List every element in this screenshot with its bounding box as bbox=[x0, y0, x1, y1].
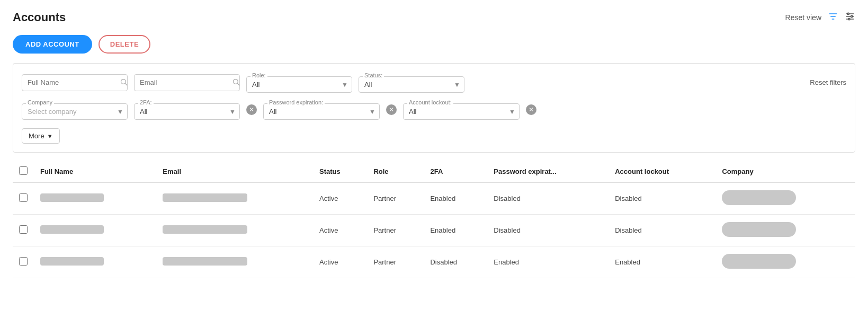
role-label: Role: bbox=[250, 72, 267, 78]
company-label: Company bbox=[26, 99, 54, 105]
row2-password-expiration: Disabled bbox=[487, 215, 609, 246]
role-filter-wrapper: Role: All Partner Admin ▼ bbox=[246, 76, 352, 93]
row1-email bbox=[156, 182, 313, 215]
account-lockout-select[interactable]: All Enabled Disabled bbox=[403, 103, 520, 120]
row1-status: Active bbox=[313, 182, 367, 215]
password-expiration-label: Password expiration: bbox=[267, 99, 325, 105]
row2-company bbox=[715, 215, 855, 246]
status-select-wrapper: All Active Inactive ▼ bbox=[359, 76, 464, 93]
settings-icon[interactable] bbox=[845, 11, 855, 24]
email-search-icon bbox=[232, 78, 240, 87]
reset-view-button[interactable]: Reset view bbox=[785, 13, 821, 22]
add-account-button[interactable]: ADD ACCOUNT bbox=[13, 35, 92, 54]
table-area: Full Name Email Status Role 2FA Password… bbox=[13, 161, 855, 278]
filter-area: Role: All Partner Admin ▼ Status: All Ac bbox=[13, 63, 855, 153]
row3-status: Active bbox=[313, 246, 367, 278]
company-filter-wrapper: Company Select company ▼ bbox=[22, 103, 128, 120]
twofa-select[interactable]: All Enabled Disabled bbox=[134, 103, 240, 120]
col-account-lockout: Account lockout bbox=[609, 161, 715, 182]
action-row: ADD ACCOUNT DELETE bbox=[13, 35, 855, 54]
filter-row-1: Role: All Partner Admin ▼ Status: All Ac bbox=[22, 72, 846, 93]
table-row: Active Partner Enabled Disabled Disabled bbox=[13, 182, 855, 215]
email-input[interactable] bbox=[140, 78, 229, 86]
row2-checkbox[interactable] bbox=[19, 225, 28, 234]
row3-twofa: Disabled bbox=[424, 246, 487, 278]
status-select[interactable]: All Active Inactive bbox=[359, 76, 464, 93]
svg-line-9 bbox=[237, 83, 239, 85]
row3-checkbox-cell bbox=[13, 246, 34, 278]
col-company: Company bbox=[715, 161, 855, 182]
role-select[interactable]: All Partner Admin bbox=[246, 76, 352, 93]
svg-line-7 bbox=[125, 83, 127, 85]
row1-fullname bbox=[34, 182, 156, 215]
row2-account-lockout: Disabled bbox=[609, 215, 715, 246]
col-email: Email bbox=[156, 161, 313, 182]
row1-account-lockout: Disabled bbox=[609, 182, 715, 215]
svg-point-4 bbox=[851, 15, 853, 17]
delete-button[interactable]: DELETE bbox=[99, 35, 150, 54]
password-expiration-clear-button[interactable]: ✕ bbox=[386, 104, 397, 115]
row3-company bbox=[715, 246, 855, 278]
row3-account-lockout: Enabled bbox=[609, 246, 715, 278]
table-row: Active Partner Enabled Disabled Disabled bbox=[13, 215, 855, 246]
role-select-wrapper: All Partner Admin ▼ bbox=[246, 76, 352, 93]
row1-company bbox=[715, 182, 855, 215]
account-lockout-label: Account lockout: bbox=[407, 99, 453, 105]
account-lockout-filter-wrapper: Account lockout: All Enabled Disabled ▼ bbox=[403, 103, 520, 120]
email-search-box bbox=[134, 74, 240, 91]
row2-checkbox-cell bbox=[13, 215, 34, 246]
row3-fullname bbox=[34, 246, 156, 278]
status-label: Status: bbox=[363, 72, 384, 78]
twofa-clear-button[interactable]: ✕ bbox=[246, 104, 257, 115]
row1-twofa: Enabled bbox=[424, 182, 487, 215]
table-body: Active Partner Enabled Disabled Disabled… bbox=[13, 182, 855, 278]
fullname-search-box bbox=[22, 74, 128, 91]
accounts-table: Full Name Email Status Role 2FA Password… bbox=[13, 161, 855, 278]
status-filter-wrapper: Status: All Active Inactive ▼ bbox=[359, 76, 464, 93]
password-expiration-select[interactable]: All Enabled Disabled bbox=[263, 103, 380, 120]
twofa-filter-wrapper: 2FA: All Enabled Disabled ▼ bbox=[134, 103, 240, 120]
twofa-label: 2FA: bbox=[138, 99, 154, 105]
row2-email bbox=[156, 215, 313, 246]
password-expiration-filter-wrapper: Password expiration: All Enabled Disable… bbox=[263, 103, 380, 120]
more-chevron-icon: ▼ bbox=[47, 133, 53, 139]
table-header-row: Full Name Email Status Role 2FA Password… bbox=[13, 161, 855, 182]
company-select[interactable]: Select company bbox=[22, 103, 128, 120]
page-title: Accounts bbox=[13, 11, 66, 24]
row1-checkbox[interactable] bbox=[19, 193, 28, 202]
svg-point-5 bbox=[848, 18, 850, 20]
account-lockout-select-wrapper: All Enabled Disabled ▼ bbox=[403, 103, 520, 120]
col-status: Status bbox=[313, 161, 367, 182]
svg-point-3 bbox=[847, 13, 849, 14]
row3-role: Partner bbox=[367, 246, 424, 278]
row1-password-expiration: Disabled bbox=[487, 182, 609, 215]
row2-twofa: Enabled bbox=[424, 215, 487, 246]
col-role: Role bbox=[367, 161, 424, 182]
header-actions: Reset view bbox=[785, 11, 855, 24]
page-container: Accounts Reset view bbox=[0, 0, 868, 318]
table-row: Active Partner Disabled Enabled Enabled bbox=[13, 246, 855, 278]
filter-row-2: Company Select company ▼ 2FA: All Enable… bbox=[22, 99, 846, 120]
row2-role: Partner bbox=[367, 215, 424, 246]
fullname-search-icon bbox=[120, 78, 128, 87]
password-expiration-select-wrapper: All Enabled Disabled ▼ bbox=[263, 103, 380, 120]
col-twofa: 2FA bbox=[424, 161, 487, 182]
row3-checkbox[interactable] bbox=[19, 257, 28, 266]
more-button[interactable]: More ▼ bbox=[22, 128, 60, 144]
row1-role: Partner bbox=[367, 182, 424, 215]
row3-email bbox=[156, 246, 313, 278]
page-header: Accounts Reset view bbox=[13, 11, 855, 24]
filter-icon[interactable] bbox=[828, 11, 838, 24]
select-all-header bbox=[13, 161, 34, 182]
row3-password-expiration: Enabled bbox=[487, 246, 609, 278]
select-all-checkbox[interactable] bbox=[19, 166, 28, 175]
more-label: More bbox=[29, 132, 44, 140]
account-lockout-clear-button[interactable]: ✕ bbox=[526, 104, 536, 115]
table-header: Full Name Email Status Role 2FA Password… bbox=[13, 161, 855, 182]
reset-filters-button[interactable]: Reset filters bbox=[810, 78, 846, 86]
company-select-wrapper: Select company ▼ bbox=[22, 103, 128, 120]
fullname-input[interactable] bbox=[28, 78, 117, 86]
row1-checkbox-cell bbox=[13, 182, 34, 215]
twofa-select-wrapper: All Enabled Disabled ▼ bbox=[134, 103, 240, 120]
filter-row-3: More ▼ bbox=[22, 126, 846, 144]
